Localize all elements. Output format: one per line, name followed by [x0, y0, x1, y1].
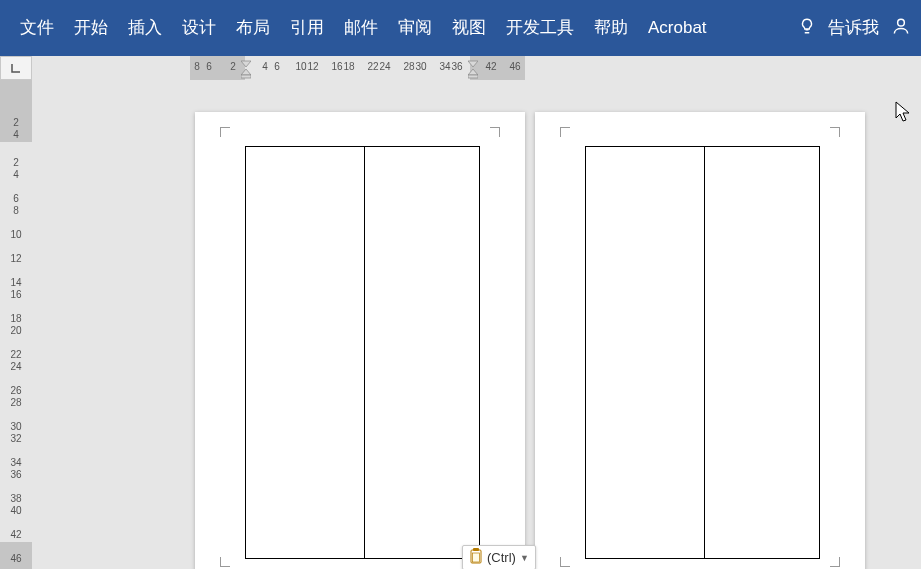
- clipboard-icon: [469, 548, 483, 567]
- tab-view[interactable]: 视图: [442, 0, 496, 56]
- margin-guide: [560, 127, 570, 137]
- ruler-number: 46: [509, 61, 520, 72]
- svg-point-0: [898, 19, 905, 26]
- ruler-number: 42: [8, 529, 24, 540]
- table[interactable]: [585, 146, 820, 559]
- ruler-number: 18: [8, 313, 24, 324]
- ruler-number: 6: [274, 61, 280, 72]
- ruler-number: 2: [8, 157, 24, 168]
- ribbon-tabs: 文件 开始 插入 设计 布局 引用 邮件 审阅 视图 开发工具 帮助 Acrob…: [0, 0, 921, 56]
- ruler-number: 32: [8, 433, 24, 444]
- svg-marker-5: [468, 69, 478, 75]
- ruler-number: 30: [8, 421, 24, 432]
- ruler-number: 28: [403, 61, 414, 72]
- margin-guide: [220, 127, 230, 137]
- ruler-number: 24: [8, 361, 24, 372]
- tab-help[interactable]: 帮助: [584, 0, 638, 56]
- ruler-number: 34: [8, 457, 24, 468]
- ruler-number: 10: [295, 61, 306, 72]
- ruler-number: 16: [8, 289, 24, 300]
- ruler-number: 30: [415, 61, 426, 72]
- ruler-number: 14: [8, 277, 24, 288]
- ruler-number: 36: [8, 469, 24, 480]
- svg-rect-3: [241, 75, 251, 78]
- ruler-number: 34: [439, 61, 450, 72]
- margin-guide: [560, 557, 570, 567]
- user-icon[interactable]: [891, 16, 911, 40]
- ruler-number: 22: [8, 349, 24, 360]
- tab-references[interactable]: 引用: [280, 0, 334, 56]
- ruler-number: 16: [331, 61, 342, 72]
- ruler-number: 24: [379, 61, 390, 72]
- ruler-number: 2: [230, 61, 236, 72]
- svg-marker-1: [241, 61, 251, 67]
- ruler-number: 46: [8, 553, 24, 564]
- tab-insert[interactable]: 插入: [118, 0, 172, 56]
- workspace: 2424681012141618202224262830323436384042…: [0, 56, 921, 569]
- ruler-number: 20: [8, 325, 24, 336]
- margin-guide: [830, 557, 840, 567]
- ruler-number: 6: [8, 193, 24, 204]
- margin-guide: [220, 557, 230, 567]
- ruler-number: 26: [8, 385, 24, 396]
- chevron-down-icon: ▼: [520, 553, 529, 563]
- ruler-number: 8: [194, 61, 200, 72]
- tab-design[interactable]: 设计: [172, 0, 226, 56]
- tab-file[interactable]: 文件: [10, 0, 64, 56]
- svg-rect-9: [473, 553, 480, 562]
- tab-selector[interactable]: [0, 56, 32, 80]
- ruler-number: 2: [8, 117, 24, 128]
- tell-me[interactable]: 告诉我: [828, 0, 879, 56]
- vertical-ruler[interactable]: 2424681012141618202224262830323436384042…: [0, 80, 32, 569]
- ruler-number: 12: [307, 61, 318, 72]
- page[interactable]: [535, 112, 865, 569]
- indent-marker[interactable]: [241, 57, 251, 77]
- ruler-number: 40: [8, 505, 24, 516]
- table-column-divider[interactable]: [364, 147, 365, 558]
- horizontal-ruler[interactable]: 86246101216182224283034364246: [32, 56, 921, 80]
- margin-guide: [490, 127, 500, 137]
- ruler-number: 38: [8, 493, 24, 504]
- paste-options-button[interactable]: (Ctrl)▼: [462, 545, 536, 569]
- tab-home[interactable]: 开始: [64, 0, 118, 56]
- margin-guide: [830, 127, 840, 137]
- ruler-number: 4: [8, 169, 24, 180]
- ruler-number: 8: [8, 205, 24, 216]
- indent-marker[interactable]: [468, 57, 478, 77]
- svg-marker-2: [241, 69, 251, 75]
- document-canvas[interactable]: (Ctrl)▼: [32, 80, 921, 569]
- ruler-number: 18: [343, 61, 354, 72]
- tab-layout[interactable]: 布局: [226, 0, 280, 56]
- tab-developer[interactable]: 开发工具: [496, 0, 584, 56]
- ruler-number: 36: [451, 61, 462, 72]
- svg-marker-4: [468, 61, 478, 67]
- paste-options-label: (Ctrl): [487, 550, 516, 565]
- ruler-number: 10: [8, 229, 24, 240]
- tab-mailings[interactable]: 邮件: [334, 0, 388, 56]
- ruler-number: 42: [485, 61, 496, 72]
- ruler-number: 12: [8, 253, 24, 264]
- tab-review[interactable]: 审阅: [388, 0, 442, 56]
- svg-rect-8: [473, 548, 479, 551]
- ruler-number: 22: [367, 61, 378, 72]
- lightbulb-icon[interactable]: [798, 17, 816, 39]
- ruler-number: 4: [8, 129, 24, 140]
- table[interactable]: [245, 146, 480, 559]
- table-column-divider[interactable]: [704, 147, 705, 558]
- tab-acrobat[interactable]: Acrobat: [638, 0, 717, 56]
- ruler-number: 28: [8, 397, 24, 408]
- page[interactable]: [195, 112, 525, 569]
- ruler-number: 4: [262, 61, 268, 72]
- svg-rect-6: [468, 75, 478, 78]
- ruler-number: 6: [206, 61, 212, 72]
